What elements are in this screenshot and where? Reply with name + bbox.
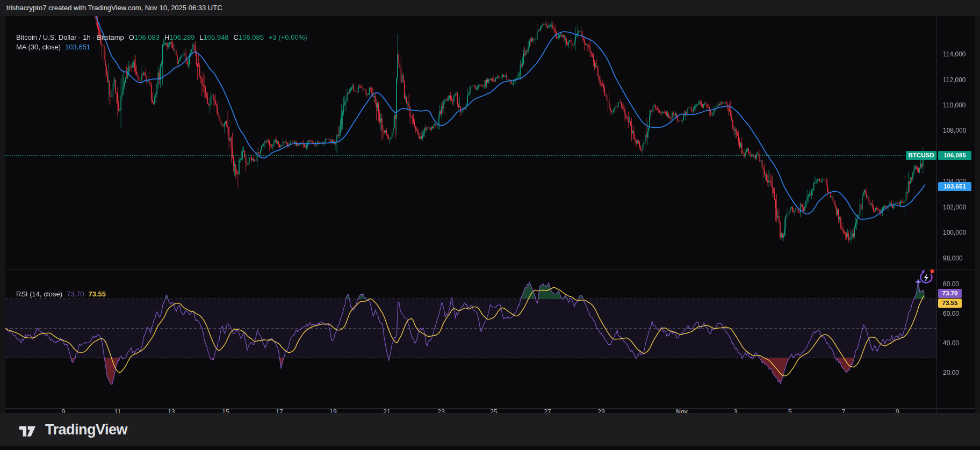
- tradingview-logo[interactable]: TradingView: [19, 422, 127, 438]
- rsi-legend-label[interactable]: RSI (14, close): [16, 290, 62, 298]
- ohlc-high-value: 106,289: [169, 33, 194, 41]
- rsi-axis-label: 20.00: [943, 369, 959, 376]
- tradingview-logo-mark: [19, 424, 40, 437]
- price-chart-canvas[interactable]: [5, 16, 936, 270]
- footer-bar: TradingView: [0, 413, 980, 446]
- rsi-legend-ma-value: 73.55: [89, 290, 106, 298]
- ohlc-low-value: 105,948: [204, 33, 229, 41]
- lightning-bolt-icon: [924, 274, 928, 282]
- ma-legend-row: MA (30, close)103,651: [16, 43, 90, 51]
- sparkle-icon: [915, 279, 921, 285]
- last-price-badge: 106,085: [938, 151, 971, 160]
- attribution-bar: trishacrypto7 created with TradingView.c…: [0, 0, 980, 16]
- legend-symbol-title[interactable]: Bitcoin / U.S. Dollar · 1h · Bitstamp: [16, 33, 124, 41]
- price-axis-label: 114,000: [943, 50, 966, 58]
- pane-divider[interactable]: [5, 270, 975, 270]
- ohlc-close-label: C: [234, 33, 239, 41]
- change-value: +3 (+0.00%): [269, 33, 307, 41]
- ohlc-low-label: L: [199, 33, 203, 41]
- price-axis-label: 98,000: [943, 255, 963, 262]
- notification-dot: [931, 270, 934, 273]
- rsi-axis-label: 80.00: [943, 280, 959, 288]
- rsi-value-badge: 73.70: [938, 289, 962, 298]
- ohlc-high-label: H: [164, 33, 169, 41]
- lightning-refresh-icon[interactable]: [914, 267, 937, 287]
- rsi-axis-label: 40.00: [943, 339, 959, 347]
- ohlc-open-label: O: [129, 33, 134, 41]
- price-axis-label: 102,000: [943, 204, 966, 211]
- price-axis-label: 110,000: [943, 101, 966, 109]
- price-axis-label: 100,000: [943, 229, 966, 236]
- rsi-chart-canvas[interactable]: [5, 270, 936, 392]
- price-axis-label: 112,000: [943, 76, 966, 84]
- rsi-legend-line-value: 73.70: [67, 290, 84, 298]
- attribution-text: trishacrypto7 created with TradingView.c…: [6, 4, 222, 12]
- symbol-badge: BTCUSD: [906, 151, 936, 160]
- rsi-legend-row: RSI (14, close)73.7073.55: [16, 290, 106, 298]
- rsi-axis-label: 60.00: [943, 310, 959, 317]
- ohlc-close-value: 106,085: [239, 33, 264, 41]
- ohlc-open-value: 106,083: [134, 33, 160, 41]
- price-axis-label: 108,000: [943, 127, 966, 134]
- price-axis[interactable]: USD 114,000112,000110,000108,000104,0001…: [936, 16, 975, 413]
- ma-legend-label[interactable]: MA (30, close): [16, 43, 61, 51]
- chart-area: Bitcoin / U.S. Dollar · 1h · BitstampO10…: [5, 16, 975, 413]
- ma-price-badge: 103,651: [938, 182, 971, 191]
- symbol-legend-row: Bitcoin / U.S. Dollar · 1h · BitstampO10…: [16, 33, 307, 41]
- bottom-strip: [0, 446, 980, 450]
- ma-legend-value: 103,651: [65, 43, 90, 51]
- tradingview-logo-text: TradingView: [45, 422, 127, 438]
- rsi-ma-value-badge: 73.55: [938, 299, 962, 308]
